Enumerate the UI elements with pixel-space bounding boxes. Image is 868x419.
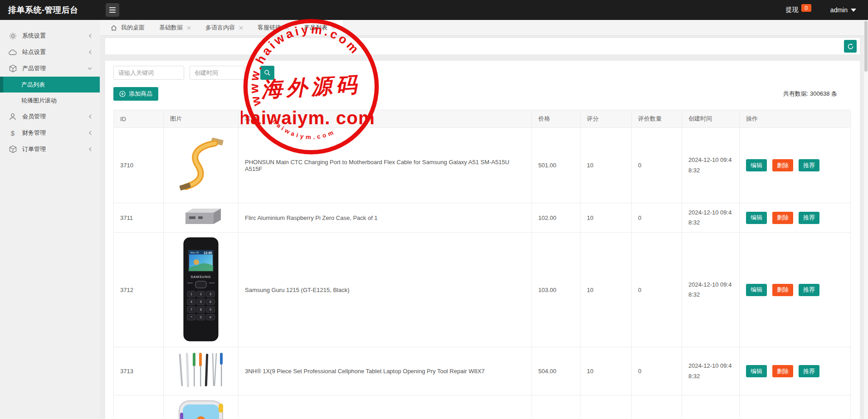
tab-multilang-content[interactable]: 多语言内容 bbox=[198, 20, 250, 35]
hamburger-menu-icon[interactable] bbox=[106, 3, 119, 17]
user-icon bbox=[8, 113, 17, 121]
home-icon bbox=[111, 25, 117, 31]
gear-icon bbox=[8, 32, 17, 40]
cell-id: 3710 bbox=[114, 128, 164, 203]
cell-actions: 编辑 删除 推荐 bbox=[740, 128, 851, 203]
refresh-icon bbox=[847, 43, 854, 50]
sidebar-item-site-settings[interactable]: 站点设置 bbox=[0, 44, 100, 60]
svg-text:12:45: 12:45 bbox=[204, 251, 212, 254]
tab-support-links[interactable]: 客服链接 bbox=[250, 20, 297, 35]
username: admin bbox=[830, 6, 848, 14]
search-button[interactable] bbox=[260, 66, 274, 80]
withdraw-link[interactable]: 提现 0 bbox=[786, 6, 811, 14]
svg-text:SAMSUNG: SAMSUNG bbox=[191, 275, 211, 279]
cell-reviews: 0 bbox=[632, 395, 682, 419]
delete-button[interactable]: 删除 bbox=[772, 159, 793, 171]
recommend-button[interactable]: 推荐 bbox=[799, 284, 819, 296]
topbar-right: 提现 0 admin bbox=[786, 6, 868, 14]
cell-score: 10 bbox=[580, 203, 632, 233]
content: 添加商品 共有数据: 300638 条 ID 图片 名称 价格 bbox=[100, 36, 868, 419]
delete-button[interactable]: 删除 bbox=[772, 284, 793, 296]
chevron-down-icon bbox=[851, 9, 856, 12]
recommend-button[interactable]: 推荐 bbox=[799, 212, 819, 224]
col-header-created: 创建时间 bbox=[682, 110, 740, 128]
sidebar: 系统设置 站点设置 产品管理 产品列表 轮播图片滚动 会员管 bbox=[0, 20, 100, 419]
edit-button[interactable]: 编辑 bbox=[746, 212, 767, 224]
cell-price: 504.00 bbox=[532, 347, 580, 395]
cell-id: 3714 bbox=[114, 395, 164, 419]
edit-button[interactable]: 编辑 bbox=[746, 159, 767, 171]
toolbar bbox=[105, 38, 860, 54]
table-row: 3714 bbox=[114, 395, 851, 419]
sidebar-item-product-management[interactable]: 产品管理 bbox=[0, 60, 100, 77]
sidebar-subitem-label: 轮播图片滚动 bbox=[21, 97, 57, 105]
svg-text:8: 8 bbox=[200, 308, 202, 311]
tab-my-desktop[interactable]: 我的桌面 bbox=[103, 20, 152, 35]
sidebar-subitem-carousel[interactable]: 轮播图片滚动 bbox=[0, 93, 100, 108]
col-header-name: 名称 bbox=[239, 110, 532, 128]
app-title: 排单系统-管理后台 bbox=[0, 5, 100, 15]
col-header-reviews: 评价数量 bbox=[632, 110, 682, 128]
table-row: 3710 PHONSUN Main CTC Charging Port to M… bbox=[114, 128, 851, 203]
created-date-input[interactable] bbox=[190, 66, 245, 80]
sidebar-item-member-management[interactable]: 会员管理 bbox=[0, 108, 100, 125]
chevron-left-icon bbox=[88, 146, 93, 152]
product-image-kids-tablet bbox=[176, 399, 226, 419]
recommend-button[interactable]: 推荐 bbox=[799, 365, 819, 377]
sidebar-item-label: 站点设置 bbox=[22, 48, 46, 56]
close-icon[interactable] bbox=[239, 26, 243, 30]
sidebar-item-order-management[interactable]: 订单管理 bbox=[0, 141, 100, 157]
keyword-input[interactable] bbox=[113, 66, 184, 80]
cube-icon bbox=[8, 145, 17, 153]
col-header-score: 评分 bbox=[580, 110, 632, 128]
delete-button[interactable]: 删除 bbox=[772, 212, 793, 224]
svg-text:2: 2 bbox=[200, 292, 202, 296]
sidebar-item-system-settings[interactable]: 系统设置 bbox=[0, 28, 100, 44]
add-product-label: 添加商品 bbox=[129, 90, 152, 98]
edit-button[interactable]: 编辑 bbox=[746, 284, 767, 296]
sidebar-subitem-product-list[interactable]: 产品列表 bbox=[0, 77, 100, 93]
product-image-tool-kit bbox=[175, 350, 227, 391]
svg-text:1: 1 bbox=[190, 292, 192, 296]
cell-image bbox=[164, 128, 239, 203]
scrollbar-thumb[interactable] bbox=[864, 21, 868, 72]
chevron-down-icon bbox=[87, 66, 93, 71]
svg-text:4: 4 bbox=[190, 300, 192, 303]
scrollbar[interactable] bbox=[864, 20, 868, 419]
add-product-button[interactable]: 添加商品 bbox=[113, 87, 158, 101]
sidebar-subitem-label: 产品列表 bbox=[21, 81, 45, 89]
product-image-feature-phone: Mon 25 12:45 SAMSUNG bbox=[175, 236, 227, 343]
admin-app: 排单系统-管理后台 提现 0 admin 系统设置 站点设置 bbox=[0, 0, 868, 419]
recommend-button[interactable]: 推荐 bbox=[799, 159, 819, 171]
table-row: 3711 Flirc Aluminium Raspbe bbox=[114, 203, 851, 233]
cell-reviews: 0 bbox=[632, 203, 682, 233]
product-panel: 添加商品 共有数据: 300638 条 ID 图片 名称 价格 bbox=[105, 61, 860, 419]
tab-basic-data[interactable]: 基础数据 bbox=[152, 20, 198, 35]
svg-text:6: 6 bbox=[210, 300, 211, 303]
user-menu[interactable]: admin bbox=[830, 6, 856, 14]
product-table: ID 图片 名称 价格 评分 评价数量 创建时间 操作 bbox=[113, 110, 851, 419]
sidebar-item-finance-management[interactable]: $ 财务管理 bbox=[0, 125, 100, 141]
close-icon[interactable] bbox=[332, 26, 336, 30]
sidebar-item-label: 系统设置 bbox=[22, 32, 46, 40]
cell-image: Mon 25 12:45 SAMSUNG bbox=[164, 233, 239, 347]
refresh-button[interactable] bbox=[844, 40, 857, 53]
svg-text:Mon 25: Mon 25 bbox=[190, 251, 199, 254]
close-icon[interactable] bbox=[285, 26, 289, 30]
svg-text:7: 7 bbox=[190, 308, 192, 311]
tab-bar: 我的桌面 基础数据 多语言内容 客服链接 产品列表 bbox=[100, 20, 868, 36]
cell-image bbox=[164, 395, 239, 419]
cell-image bbox=[164, 347, 239, 395]
tab-product-list[interactable]: 产品列表 bbox=[297, 20, 343, 35]
col-header-actions: 操作 bbox=[740, 110, 851, 128]
cell-price: 103.00 bbox=[532, 233, 580, 347]
edit-button[interactable]: 编辑 bbox=[746, 365, 767, 377]
withdraw-label: 提现 bbox=[786, 6, 799, 13]
cell-name: Quercetti Tablet Creativo, Multi Color bbox=[239, 395, 532, 419]
close-icon[interactable] bbox=[187, 26, 191, 30]
cell-score: 10 bbox=[580, 347, 632, 395]
cell-name: Samsung Guru 1215 (GT-E1215, Black) bbox=[239, 233, 532, 347]
cell-name: PHONSUN Main CTC Charging Port to Mother… bbox=[239, 128, 532, 203]
table-header-row: ID 图片 名称 价格 评分 评价数量 创建时间 操作 bbox=[114, 110, 851, 128]
delete-button[interactable]: 删除 bbox=[772, 365, 793, 377]
